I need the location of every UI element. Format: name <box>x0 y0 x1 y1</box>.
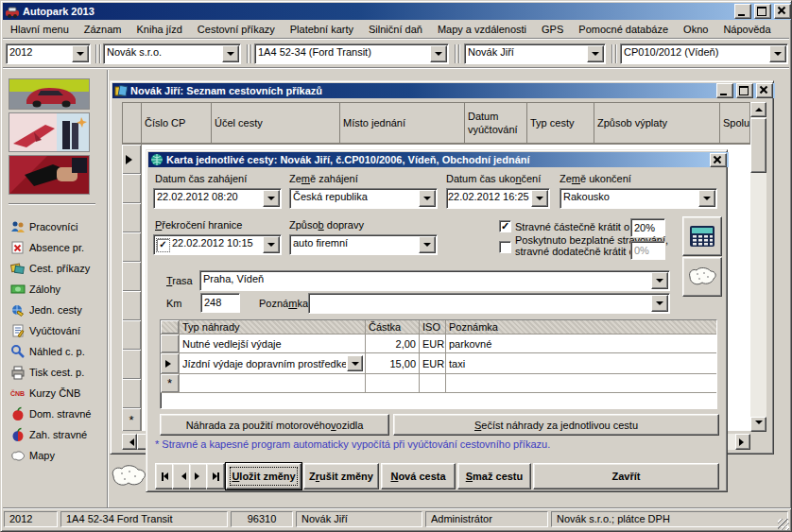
column-header-typ-nahrady[interactable]: Typ náhrady <box>180 320 366 334</box>
menu-okno[interactable]: Okno <box>676 22 715 37</box>
row-selector[interactable] <box>161 335 180 352</box>
save-changes-button[interactable]: Uložit změny <box>226 463 301 489</box>
sum-compensation-button[interactable]: Sečíst náhrady za jednotlivou cestu <box>393 414 719 436</box>
last-record-button[interactable] <box>206 463 225 489</box>
sidebar-item-tisk[interactable]: Tisk cest. p. <box>10 363 84 382</box>
chevron-down-icon[interactable] <box>347 355 363 371</box>
menu-napoveda[interactable]: Nápověda <box>715 22 778 37</box>
mdi-maximize-icon[interactable] <box>736 83 753 98</box>
table-row[interactable]: Nutné vedlejší výdaje 2,00 EUR parkovné <box>161 335 716 353</box>
row-selector[interactable] <box>122 379 142 408</box>
next-record-button[interactable] <box>189 463 208 489</box>
column-header-misto-jednani[interactable]: Místo jednání <box>340 103 465 144</box>
vertical-scrollbar-thumb[interactable] <box>750 118 766 173</box>
map-shape-icon[interactable] <box>109 461 148 494</box>
trip-select[interactable]: CP010/2012 (Vídeň) <box>620 43 788 64</box>
note-combo[interactable] <box>308 293 670 314</box>
chevron-down-icon[interactable] <box>419 190 436 207</box>
menu-pomocne-databaze[interactable]: Pomocné databáze <box>571 22 676 37</box>
year-select[interactable]: 2012 <box>6 43 91 64</box>
meal-reduction-checkbox[interactable]: ✓ <box>499 220 511 232</box>
main-titlebar[interactable]: Autopark 2013 <box>3 3 792 20</box>
maximize-icon[interactable] <box>754 4 771 19</box>
km-input[interactable]: 248 <box>200 293 240 313</box>
menu-mapy-a-vzdalenosti[interactable]: Mapy a vzdálenosti <box>430 22 534 37</box>
dialog-titlebar[interactable]: Karta jednotlivé cesty: Novák Jiří, č.CP… <box>148 152 729 167</box>
scroll-down-icon[interactable] <box>750 417 766 432</box>
start-country-select[interactable]: Česká republika <box>289 188 438 209</box>
mdi-close-icon[interactable] <box>756 83 773 98</box>
end-datetime-field[interactable]: 22.02.2012 16:25 <box>446 188 550 209</box>
mdi-titlebar[interactable]: Novák Jiří: Seznam cestovních příkazů <box>112 83 775 98</box>
chevron-down-icon[interactable] <box>222 45 239 62</box>
chevron-down-icon[interactable] <box>430 45 447 62</box>
column-header-cislo-cp[interactable]: Číslo CP <box>142 103 212 144</box>
column-header-poznamka[interactable]: Poznámka <box>446 320 716 334</box>
end-country-select[interactable]: Rakousko <box>560 188 717 209</box>
border-crossing-field[interactable]: ✓ 22.02.2012 10:15 <box>153 234 282 255</box>
sidebar-item-kurzy-cnb[interactable]: ČNB Kurzy ČNB <box>10 384 80 403</box>
row-selector[interactable] <box>122 174 142 203</box>
row-selector-current[interactable] <box>161 353 180 373</box>
scroll-right-icon[interactable] <box>735 434 750 450</box>
column-header-typ-cesty[interactable]: Typ cesty <box>527 103 594 144</box>
chevron-down-icon[interactable] <box>769 45 786 62</box>
delete-trip-button[interactable]: Smaž cestu <box>457 463 531 489</box>
sidebar-item-jedn-cesty[interactable]: Jedn. cesty <box>10 300 82 319</box>
sidebar-item-vyuctovani[interactable]: Vyúčtování <box>10 321 80 340</box>
row-selector[interactable] <box>122 262 142 291</box>
scroll-left-icon[interactable] <box>122 434 137 450</box>
start-datetime-field[interactable]: 22.02.2012 08:20 <box>153 188 282 209</box>
scroll-up-icon[interactable] <box>750 102 766 117</box>
row-selector[interactable] <box>122 232 142 262</box>
row-selector[interactable] <box>122 203 142 232</box>
chevron-down-icon[interactable] <box>72 45 89 62</box>
menu-zaznam[interactable]: Záznam <box>77 22 129 37</box>
additional-reduction-pct-input[interactable]: 0% <box>630 241 665 260</box>
resize-grip[interactable] <box>778 519 789 530</box>
sidebar-item-dom-stravne[interactable]: Dom. stravné <box>10 404 91 423</box>
menu-silnicni-dan[interactable]: Silniční daň <box>361 22 430 37</box>
previous-record-button[interactable] <box>172 463 191 489</box>
company-select[interactable]: Novák s.r.o. <box>103 43 241 64</box>
sidebar-item-zah-stravne[interactable]: Zah. stravné <box>10 425 87 444</box>
menu-kniha-jizd[interactable]: Kniha jízd <box>129 22 190 37</box>
chevron-down-icon[interactable] <box>587 45 604 62</box>
map-button[interactable] <box>682 257 722 297</box>
table-row-new[interactable]: * <box>161 374 716 393</box>
column-header-spolucestujici[interactable]: Spoluc <box>720 103 749 144</box>
column-header-iso[interactable]: ISO <box>420 320 446 334</box>
menu-gps[interactable]: GPS <box>534 22 571 37</box>
calculator-button[interactable] <box>682 216 722 256</box>
row-selector[interactable] <box>122 291 142 320</box>
sidebar-item-zalohy[interactable]: Zálohy <box>10 280 60 299</box>
chevron-down-icon[interactable] <box>651 295 668 312</box>
new-trip-button[interactable]: Nová cesta <box>381 463 456 489</box>
border-crossing-checkbox[interactable]: ✓ <box>156 238 170 252</box>
column-header-castka[interactable]: Částka <box>366 320 420 334</box>
person-select[interactable]: Novák Jiří <box>464 43 606 64</box>
row-selector[interactable] <box>122 350 142 379</box>
close-icon[interactable] <box>774 4 791 19</box>
sidebar-item-cest-prikazy[interactable]: Cest. příkazy <box>10 259 90 278</box>
vehicle-compensation-button[interactable]: Náhrada za použití motorového vozidla <box>160 414 389 436</box>
mdi-minimize-icon[interactable] <box>716 83 733 98</box>
chevron-down-icon[interactable] <box>531 190 548 207</box>
dialog-close-icon[interactable] <box>710 153 727 167</box>
column-header-zpusob-vyplaty[interactable]: Způsob výplaty <box>594 103 720 144</box>
menu-cestovni-prikazy[interactable]: Cestovní příkazy <box>190 22 283 37</box>
row-selector-current[interactable] <box>122 145 142 174</box>
table-row-current[interactable]: Jízdní výdaje dopravním prostředkem 15,0… <box>161 353 716 374</box>
chevron-down-icon[interactable] <box>698 190 715 207</box>
sidebar-item-mapy[interactable]: Mapy <box>10 446 55 465</box>
column-header-datum-vyuctovani[interactable]: Datum vyúčtování <box>465 103 527 144</box>
column-header-ucel-cesty[interactable]: Účel cesty <box>212 103 340 144</box>
row-selector[interactable] <box>122 320 142 350</box>
first-record-button[interactable] <box>155 463 174 489</box>
transport-mode-select[interactable]: auto firemní <box>289 234 438 255</box>
close-button[interactable]: Zavřít <box>533 463 719 489</box>
menu-platebni-karty[interactable]: Platební karty <box>283 22 361 37</box>
free-meals-checkbox[interactable] <box>499 241 511 253</box>
sidebar-item-pracovnici[interactable]: Pracovníci <box>10 217 77 236</box>
sidebar-item-absence[interactable]: Absence pr. <box>10 238 84 257</box>
